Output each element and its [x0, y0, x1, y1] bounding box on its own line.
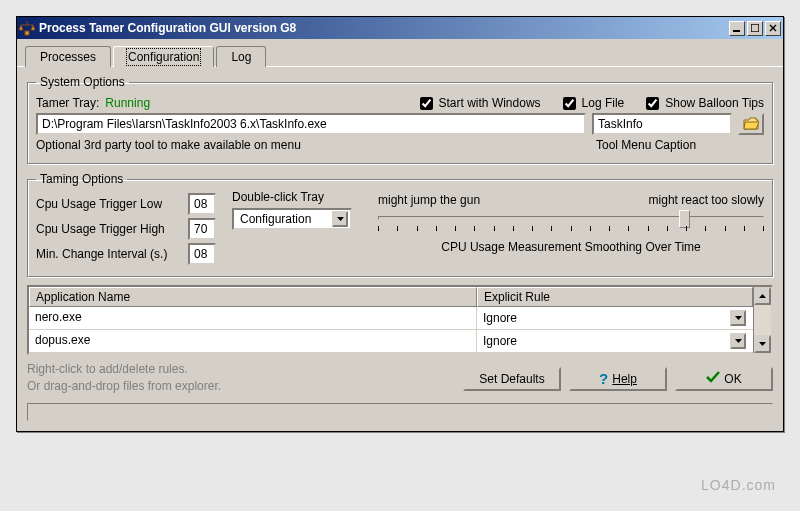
taming-options-legend: Taming Options: [36, 172, 127, 186]
tool-caption-hint: Tool Menu Caption: [596, 138, 764, 152]
svg-rect-3: [733, 30, 740, 32]
cpu-high-label: Cpu Usage Trigger High: [36, 222, 165, 236]
cpu-low-label: Cpu Usage Trigger Low: [36, 197, 162, 211]
tab-processes[interactable]: Processes: [25, 46, 111, 67]
close-button[interactable]: [765, 21, 781, 36]
dropdown-arrow-icon: [332, 211, 348, 227]
rule-dropdown-icon[interactable]: [730, 310, 746, 326]
maximize-button[interactable]: [747, 21, 763, 36]
cpu-low-input[interactable]: [188, 193, 216, 215]
scroll-down-icon[interactable]: [754, 335, 771, 353]
cell-app: dopus.exe: [29, 330, 477, 352]
titlebar[interactable]: Process Tamer Configuration GUI version …: [17, 17, 783, 39]
slider-caption: CPU Usage Measurement Smoothing Over Tim…: [378, 240, 764, 254]
start-with-windows-checkbox[interactable]: [420, 97, 433, 110]
svg-rect-2: [25, 31, 29, 35]
help-button[interactable]: ? Help: [569, 367, 667, 391]
app-window: Process Tamer Configuration GUI version …: [16, 16, 784, 432]
min-interval-input[interactable]: [188, 243, 216, 265]
cell-app: nero.exe: [29, 307, 477, 329]
ok-button[interactable]: OK: [675, 367, 773, 391]
min-interval-label: Min. Change Interval (s.): [36, 247, 167, 261]
tool-caption-input[interactable]: [592, 113, 732, 135]
window-title: Process Tamer Configuration GUI version …: [39, 21, 727, 35]
slider-left-hint: might jump the gun: [378, 193, 480, 207]
smoothing-slider[interactable]: [378, 210, 764, 240]
dblclick-value: Configuration: [240, 212, 311, 226]
log-file-checkbox[interactable]: [563, 97, 576, 110]
tool-path-hint: Optional 3rd party tool to make availabl…: [36, 138, 301, 152]
scroll-up-icon[interactable]: [754, 287, 771, 305]
rules-table: Application Name Explicit Rule nero.exe …: [27, 285, 773, 355]
show-balloon-label: Show Balloon Tips: [665, 96, 764, 110]
cell-rule: Ignore: [483, 334, 517, 348]
check-icon: [706, 371, 720, 386]
col-header-app[interactable]: Application Name: [29, 287, 477, 307]
set-defaults-button[interactable]: Set Defaults: [463, 367, 561, 391]
status-bar: [27, 403, 773, 421]
rule-dropdown-icon[interactable]: [730, 333, 746, 349]
taming-options-group: Taming Options Cpu Usage Trigger Low Cpu…: [27, 172, 773, 277]
minimize-button[interactable]: [729, 21, 745, 36]
tray-label: Tamer Tray:: [36, 96, 99, 110]
tab-configuration[interactable]: Configuration: [113, 46, 214, 67]
table-scrollbar[interactable]: [753, 287, 771, 353]
system-options-legend: System Options: [36, 75, 129, 89]
cell-rule: Ignore: [483, 311, 517, 325]
dblclick-select[interactable]: Configuration: [232, 208, 352, 230]
start-with-windows-label: Start with Windows: [439, 96, 541, 110]
system-options-group: System Options Tamer Tray: Running Start…: [27, 75, 773, 164]
tab-log[interactable]: Log: [216, 46, 266, 67]
cpu-high-input[interactable]: [188, 218, 216, 240]
tool-path-input[interactable]: [36, 113, 586, 135]
help-icon: ?: [599, 370, 608, 387]
tab-bar: Processes Configuration Log: [17, 39, 783, 66]
dblclick-label: Double-click Tray: [232, 190, 362, 204]
tray-status: Running: [105, 96, 150, 110]
slider-right-hint: might react too slowly: [649, 193, 764, 207]
show-balloon-checkbox[interactable]: [646, 97, 659, 110]
svg-rect-4: [751, 24, 759, 32]
col-header-rule[interactable]: Explicit Rule: [477, 287, 753, 307]
table-row[interactable]: dopus.exe Ignore: [29, 330, 753, 353]
tab-content: System Options Tamer Tray: Running Start…: [17, 66, 783, 431]
log-file-label: Log File: [582, 96, 625, 110]
browse-button[interactable]: [738, 113, 764, 135]
table-row[interactable]: nero.exe Ignore: [29, 307, 753, 330]
app-icon: [19, 20, 35, 36]
